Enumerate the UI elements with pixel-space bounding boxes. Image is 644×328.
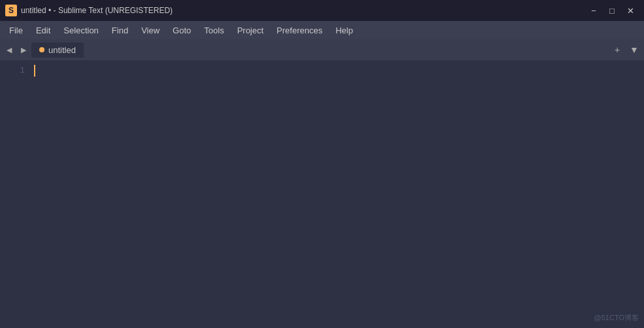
watermark: @51CTO博客 [594,313,639,323]
tab-bar-left: ◀ ▶ untitled [3,43,84,58]
menu-edit[interactable]: Edit [29,23,57,38]
menu-find[interactable]: Find [105,23,135,38]
tab-bar-right: + ▼ [610,43,641,57]
active-tab[interactable]: untitled [31,43,84,58]
minimize-button[interactable]: − [585,4,602,17]
menu-goto[interactable]: Goto [166,23,197,38]
editor-area[interactable]: 1 @51CTO博客 [0,60,644,328]
tab-dropdown-button[interactable]: ▼ [627,43,641,57]
cursor-line [34,64,641,77]
editor-content[interactable]: @51CTO博客 [31,60,644,328]
window-controls: − □ ✕ [585,4,639,17]
line-numbers: 1 [0,60,31,328]
add-tab-button[interactable]: + [610,43,624,57]
menu-bar: File Edit Selection Find View Goto Tools… [0,21,644,39]
title-bar: S untitled • - Sublime Text (UNREGISTERE… [0,0,644,21]
menu-view[interactable]: View [135,23,166,38]
menu-file[interactable]: File [3,23,29,38]
menu-selection[interactable]: Selection [57,23,105,38]
close-button[interactable]: ✕ [622,4,639,17]
menu-tools[interactable]: Tools [197,23,230,38]
tab-bar: ◀ ▶ untitled + ▼ [0,39,644,60]
menu-preferences[interactable]: Preferences [270,23,329,38]
text-cursor [34,65,35,77]
tab-modified-dot [39,47,44,52]
window-title: untitled • - Sublime Text (UNREGISTERED) [21,6,173,15]
title-bar-left: S untitled • - Sublime Text (UNREGISTERE… [5,5,173,16]
svg-text:S: S [8,6,14,15]
maximize-button[interactable]: □ [603,4,620,17]
tab-next-button[interactable]: ▶ [17,43,30,56]
tab-prev-button[interactable]: ◀ [3,43,16,56]
menu-project[interactable]: Project [231,23,270,38]
menu-help[interactable]: Help [329,23,360,38]
line-number-1: 1 [20,64,25,77]
tab-label: untitled [48,45,76,55]
app-icon: S [5,5,17,16]
